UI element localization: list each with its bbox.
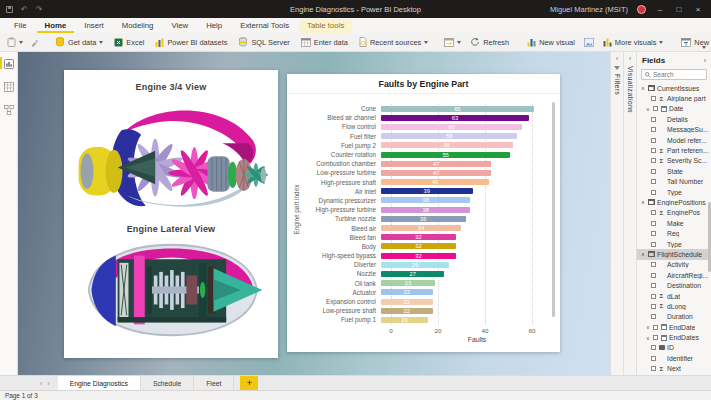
collapse-table-icon[interactable]: ∧ <box>640 85 646 91</box>
menu-file[interactable]: File <box>6 19 35 33</box>
field-item-severity-sc-[interactable]: ΣSeverity Sc... <box>637 156 711 166</box>
field-item-enddates[interactable]: ∨EndDates <box>637 332 711 342</box>
field-checkbox[interactable] <box>651 96 656 101</box>
field-checkbox[interactable] <box>651 304 656 309</box>
transform-data-button[interactable] <box>441 36 464 49</box>
report-view-button[interactable] <box>0 58 17 70</box>
field-checkbox[interactable] <box>651 345 656 350</box>
field-item-tail-number[interactable]: Tail Number <box>637 177 711 187</box>
engine-views-visual[interactable]: Engine 3/4 View <box>64 70 278 358</box>
page-tab-schedule[interactable]: Schedule <box>141 376 194 390</box>
field-item-state[interactable]: State <box>637 166 711 176</box>
chart-scrollbar[interactable] <box>552 102 556 317</box>
field-item-model-refer-[interactable]: Model refer... <box>637 135 711 145</box>
field-item-type[interactable]: Type <box>637 187 711 197</box>
search-input[interactable] <box>653 71 703 78</box>
field-checkbox[interactable] <box>651 148 656 153</box>
field-table-enginepositions[interactable]: ∧EnginePositions <box>637 197 711 207</box>
fields-scrollbar[interactable] <box>708 202 711 272</box>
paste-button[interactable] <box>4 35 26 49</box>
expand-field-icon[interactable]: ∨ <box>645 324 651 330</box>
get-data-button[interactable]: Get data <box>50 35 108 49</box>
field-checkbox[interactable] <box>651 356 656 361</box>
recent-sources-button[interactable]: Recent sources <box>354 35 433 49</box>
field-item-dlat[interactable]: ΣdLat <box>637 291 711 301</box>
field-checkbox[interactable] <box>651 314 656 319</box>
field-item-enddate[interactable]: ∨EndDate <box>637 322 711 332</box>
format-painter-button[interactable] <box>27 36 42 49</box>
field-checkbox[interactable] <box>651 169 656 174</box>
field-table-currentissues[interactable]: ∧CurrentIssues <box>637 83 711 93</box>
field-item-airplane-part[interactable]: ΣAirplane part <box>637 93 711 103</box>
field-checkbox[interactable] <box>651 231 656 236</box>
refresh-button[interactable]: Refresh <box>465 35 514 49</box>
field-checkbox[interactable] <box>651 117 656 122</box>
sql-server-button[interactable]: SQL Server <box>233 35 294 49</box>
user-avatar[interactable] <box>637 5 646 14</box>
field-checkbox[interactable] <box>653 335 658 340</box>
page-tab-engine-diagnostics[interactable]: Engine Diagnostics <box>58 376 141 390</box>
tab-insert[interactable]: Insert <box>76 19 112 33</box>
field-table-flightschedule[interactable]: ∧FlightSchedule <box>637 249 711 259</box>
field-checkbox[interactable] <box>651 366 656 371</box>
field-item-destination[interactable]: Destination <box>637 280 711 290</box>
new-visual-button[interactable]: New visual <box>522 36 580 49</box>
enter-data-button[interactable]: Enter data <box>296 36 353 49</box>
redo-icon[interactable]: ↷ <box>36 5 43 14</box>
field-checkbox[interactable] <box>651 210 656 215</box>
field-checkbox[interactable] <box>651 283 656 288</box>
faults-bar-chart-visual[interactable]: Faults by Engine Part Engine part index … <box>287 74 560 352</box>
field-item-activity[interactable]: Activity <box>637 260 711 270</box>
field-checkbox[interactable] <box>651 242 656 247</box>
field-item-id[interactable]: ID <box>637 343 711 353</box>
model-view-button[interactable] <box>0 104 17 116</box>
save-icon[interactable] <box>6 6 13 13</box>
data-view-button[interactable] <box>0 81 17 93</box>
report-canvas[interactable]: Engine 3/4 View <box>18 52 610 375</box>
field-checkbox[interactable] <box>651 273 656 278</box>
tab-view[interactable]: View <box>163 19 196 33</box>
visualizations-pane-collapsed[interactable]: ‹ Visualizations <box>623 52 636 375</box>
fields-search-box[interactable] <box>641 69 707 80</box>
field-item-aircraftregi-[interactable]: AircraftRegi... <box>637 270 711 280</box>
page-tab-next-icon[interactable]: › <box>47 380 49 387</box>
field-checkbox[interactable] <box>651 262 656 267</box>
field-item-type[interactable]: Type <box>637 239 711 249</box>
field-checkbox[interactable] <box>651 179 656 184</box>
minimize-button[interactable]: – <box>655 5 665 14</box>
field-checkbox[interactable] <box>653 325 658 330</box>
maximize-button[interactable]: □ <box>674 5 684 14</box>
field-item-enginepos[interactable]: ΣEnginePos <box>637 208 711 218</box>
field-item-part-referen-[interactable]: ΣPart referen... <box>637 145 711 155</box>
excel-button[interactable]: Excel <box>109 36 149 49</box>
field-item-next[interactable]: ΣNext <box>637 364 711 374</box>
field-item-date[interactable]: ∨Date <box>637 104 711 114</box>
collapse-table-icon[interactable]: ∧ <box>640 199 646 205</box>
filters-pane-collapsed[interactable]: ‹ Filters <box>610 52 623 375</box>
field-checkbox[interactable] <box>653 106 658 111</box>
collapse-ribbon-icon[interactable] <box>702 46 706 49</box>
field-item-messagesu-[interactable]: MessageSu... <box>637 125 711 135</box>
expand-visualizations-icon[interactable]: ‹ <box>629 55 631 62</box>
field-item-duration[interactable]: Duration <box>637 312 711 322</box>
tab-help[interactable]: Help <box>198 19 230 33</box>
field-checkbox[interactable] <box>651 294 656 299</box>
field-checkbox[interactable] <box>651 221 656 226</box>
field-item-make[interactable]: Make <box>637 218 711 228</box>
undo-icon[interactable]: ↶ <box>21 5 28 14</box>
new-page-button[interactable]: + <box>240 376 258 390</box>
collapse-table-icon[interactable]: ∧ <box>640 251 646 257</box>
page-tab-prev-icon[interactable]: ‹ <box>40 380 42 387</box>
field-item-identifier[interactable]: Identifier <box>637 353 711 363</box>
tab-table-tools[interactable]: Table tools <box>299 19 352 33</box>
tab-home[interactable]: Home <box>37 19 75 33</box>
tab-modeling[interactable]: Modeling <box>114 19 162 33</box>
field-checkbox[interactable] <box>651 158 656 163</box>
expand-field-icon[interactable]: ∨ <box>645 335 651 341</box>
user-account-label[interactable]: Miguel Martinez (MSIT) <box>550 5 628 14</box>
tab-external-tools[interactable]: External Tools <box>232 19 297 33</box>
power-bi-datasets-button[interactable]: Power BI datasets <box>150 36 232 49</box>
field-item-details[interactable]: Details <box>637 114 711 124</box>
page-tab-fleet[interactable]: Fleet <box>194 376 234 390</box>
text-box-button[interactable] <box>581 36 597 49</box>
